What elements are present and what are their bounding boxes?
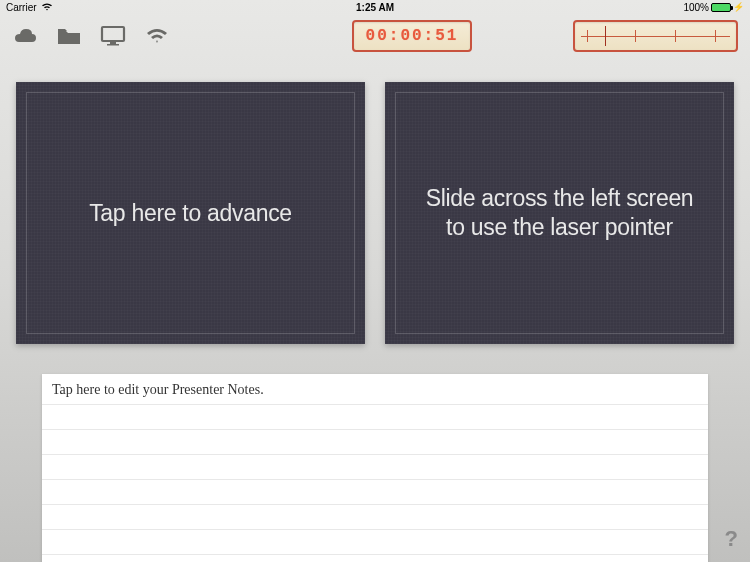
progress-track <box>581 36 730 37</box>
wifi-icon[interactable] <box>144 25 170 47</box>
cloud-icon[interactable] <box>12 25 38 47</box>
progress-display[interactable] <box>573 20 738 52</box>
progress-tick <box>675 30 676 42</box>
svg-rect-2 <box>107 44 119 46</box>
top-toolbar: 00:00:51 <box>0 14 750 58</box>
wifi-status-icon <box>41 2 53 13</box>
notes-placeholder: Tap here to edit your Presenter Notes. <box>52 382 698 398</box>
folder-icon[interactable] <box>56 25 82 47</box>
progress-tick <box>635 30 636 42</box>
progress-marker <box>605 26 606 46</box>
svg-rect-0 <box>102 27 124 41</box>
progress-tick <box>587 30 588 42</box>
next-slide[interactable]: Slide across the left screen to use the … <box>385 82 734 344</box>
presenter-notes[interactable]: Tap here to edit your Presenter Notes. <box>42 374 708 562</box>
progress-tick <box>715 30 716 42</box>
status-time: 1:25 AM <box>356 2 394 13</box>
carrier-label: Carrier <box>6 2 37 13</box>
current-slide[interactable]: Tap here to advance <box>16 82 365 344</box>
slides-area: Tap here to advance Slide across the lef… <box>0 58 750 354</box>
battery-percent: 100% <box>683 2 709 13</box>
timer-value: 00:00:51 <box>366 27 459 45</box>
next-slide-text: Slide across the left screen to use the … <box>415 184 704 242</box>
current-slide-text: Tap here to advance <box>89 199 292 228</box>
charging-icon: ⚡ <box>733 2 744 12</box>
status-bar: Carrier 1:25 AM 100% ⚡ <box>0 0 750 14</box>
battery-icon <box>711 3 731 12</box>
timer-display[interactable]: 00:00:51 <box>352 20 472 52</box>
svg-rect-1 <box>110 42 116 44</box>
monitor-icon[interactable] <box>100 25 126 47</box>
help-button[interactable]: ? <box>725 526 738 552</box>
